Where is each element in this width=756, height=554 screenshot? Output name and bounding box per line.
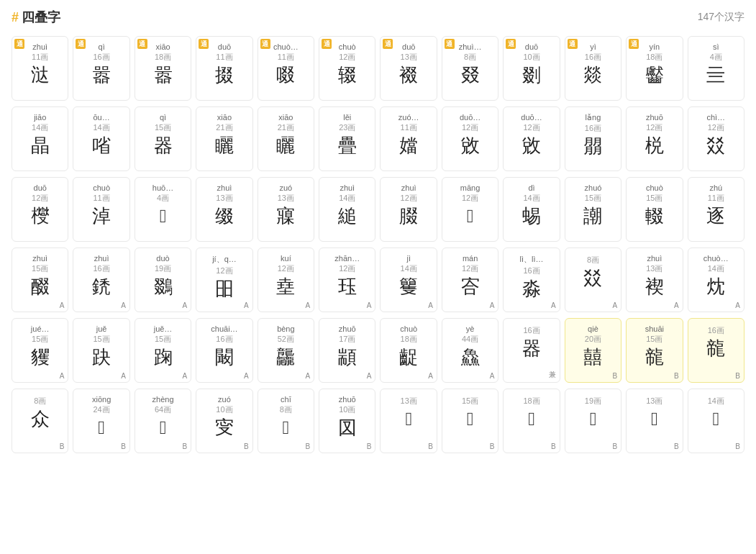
char-strokes: 16画	[691, 325, 741, 336]
char-strokes: 14画	[15, 122, 65, 133]
char-card[interactable]: zhuì12画腏	[380, 177, 437, 242]
char-strokes: 15画	[15, 263, 65, 274]
char-card[interactable]: chuāi…16画闞A	[196, 318, 252, 383]
char-card[interactable]: juě…15画踘A	[135, 318, 191, 383]
char-card[interactable]: mán12画㝓A	[442, 248, 498, 312]
char-card[interactable]: zhuì16画鋵A	[73, 248, 129, 312]
tong-badge: 通	[76, 39, 86, 49]
char-card[interactable]: māng12画𧿹	[442, 177, 498, 242]
char-card[interactable]: zuó10画㝕B	[196, 389, 252, 453]
char-card[interactable]: 13画𠙶B	[380, 389, 437, 453]
char-card[interactable]: 15画𠊧B	[442, 389, 498, 453]
char-pinyin: shuāi	[629, 324, 679, 333]
char-pinyin: duō…	[506, 113, 556, 122]
char-pinyin: māng	[445, 183, 495, 192]
char-card[interactable]: chuò18画齪A	[380, 318, 437, 383]
char-card[interactable]: 通duō11画掇	[196, 36, 252, 101]
char-pinyin: chuò	[383, 324, 433, 333]
char-card[interactable]: zhuì14画縋	[319, 177, 375, 242]
char-card[interactable]: jí、q…12画昍A	[196, 248, 252, 312]
char-card[interactable]: xiāo21画矖	[258, 106, 314, 171]
char-card[interactable]: 通yín18画齾	[626, 36, 683, 101]
char-card[interactable]: 通duō10画剟	[503, 36, 560, 101]
char-card[interactable]: kuí12画㙓A	[258, 248, 314, 312]
char-card[interactable]: chuò11画淖	[73, 177, 129, 242]
char-card[interactable]: zhuó15画謿	[565, 177, 621, 242]
char-card[interactable]: zhèng64画𨮂B	[135, 389, 191, 453]
char-card[interactable]: chī8画𠅤B	[258, 389, 314, 453]
char-card[interactable]: zuó13画寱	[258, 177, 314, 242]
char-card[interactable]: xiāo21画矖	[196, 106, 252, 171]
char-strokes: 12画	[445, 193, 495, 204]
char-card[interactable]: zhān…12画珏A	[319, 248, 375, 312]
char-card[interactable]: zhuō12画棁	[626, 106, 683, 171]
char-strokes: 12画	[506, 122, 556, 133]
char-card[interactable]: 16画㡣B	[688, 318, 744, 383]
char-card[interactable]: 通zhuì…8画叕	[442, 36, 498, 101]
char-card[interactable]: 通yì16画燚	[565, 36, 621, 101]
char-strokes: 13画	[383, 52, 433, 63]
char-card[interactable]: chì…12画㸚	[688, 106, 744, 171]
char-card[interactable]: duō…12画敓	[442, 106, 498, 171]
char-card[interactable]: 通zhuì11画㳠	[12, 36, 68, 101]
char-card[interactable]: jì14画籰A	[380, 248, 437, 312]
char-card[interactable]: zhuō10画㘝B	[319, 389, 375, 453]
char-card[interactable]: xiōng24画𪚥B	[73, 389, 129, 453]
char-card[interactable]: lì、lì…16画淼A	[503, 248, 560, 312]
char-card[interactable]: 通chuò…11画啜	[258, 36, 314, 101]
char-suffix: B	[551, 442, 556, 450]
char-card[interactable]: qiè20画囍B	[565, 318, 621, 383]
char-card[interactable]: 16画器兼	[503, 318, 560, 383]
char-card[interactable]: juě15画趹A	[73, 318, 129, 383]
char-card[interactable]: yè44画鱻A	[442, 318, 498, 383]
char-pinyin: zhuì	[629, 254, 679, 263]
char-card[interactable]: 通chuò12画辍	[319, 36, 375, 101]
char-pinyin: juě	[76, 324, 126, 333]
char-card[interactable]: chuò15画輟	[626, 177, 683, 242]
char-card[interactable]: lěi23画疊	[319, 106, 375, 171]
char-card[interactable]: 13画𥑮B	[626, 389, 683, 453]
char-card[interactable]: zhú11画逐	[688, 177, 744, 242]
char-glyph: 籰	[383, 276, 433, 298]
char-card[interactable]: chuò…14画㶩A	[688, 248, 744, 312]
char-card[interactable]: ōu…14画㗂	[73, 106, 129, 171]
char-card[interactable]: dì14画蜴	[503, 177, 560, 242]
char-glyph: 𪚥	[506, 408, 556, 430]
char-card[interactable]: shuāi15画㡣B	[626, 318, 683, 383]
char-card[interactable]: 14画𥗳B	[688, 389, 744, 453]
char-glyph: 淼	[506, 278, 556, 300]
char-card[interactable]: 通qì16画嚣	[73, 36, 129, 101]
char-card[interactable]: zhuì13画褉A	[626, 248, 683, 312]
char-card[interactable]: huō…4画𠄠	[135, 177, 191, 242]
char-card[interactable]: 通duō13画裰	[380, 36, 437, 101]
char-suffix: A	[60, 301, 65, 309]
char-card[interactable]: sì4画亖	[688, 36, 744, 101]
char-strokes: 14画	[383, 263, 433, 274]
char-card[interactable]: bèng52画龘A	[258, 318, 314, 383]
char-card[interactable]: 18画𪚥B	[503, 389, 560, 453]
char-card[interactable]: 8画㸚A	[565, 248, 621, 312]
char-card[interactable]: duō12画㰔	[12, 177, 68, 242]
char-card[interactable]: duò19画鵽A	[135, 248, 191, 312]
char-pinyin: zhuì	[383, 183, 433, 192]
char-card[interactable]: 19画𨮂B	[565, 389, 621, 453]
tong-badge: 通	[506, 39, 516, 49]
char-card[interactable]: zhuì15画醊A	[12, 248, 68, 312]
char-card[interactable]: zuó…11画㜭	[380, 106, 437, 171]
char-strokes: 14画	[691, 263, 741, 274]
char-card[interactable]: lǎng16画朤	[565, 106, 621, 171]
char-card[interactable]: 通xiāo18画嚣	[135, 36, 191, 101]
char-pinyin: xiāo	[199, 113, 249, 122]
char-card[interactable]: qì15画器	[135, 106, 191, 171]
char-card[interactable]: zhuì13画缀	[196, 177, 252, 242]
char-card[interactable]: jiāo14画晶	[12, 106, 68, 171]
char-card[interactable]: 8画众B	[12, 389, 68, 453]
char-card[interactable]: duō…12画敓	[503, 106, 560, 171]
char-card[interactable]: zhuō17画顓A	[319, 318, 375, 383]
char-glyph: 𪚥	[76, 417, 126, 439]
char-pinyin: zhuō	[322, 395, 372, 404]
char-glyph: 𠅤	[261, 417, 311, 439]
page-header: 四叠字 147个汉字	[12, 9, 744, 26]
char-card[interactable]: jué…15画貜A	[12, 318, 68, 383]
tong-badge: 通	[14, 39, 24, 49]
